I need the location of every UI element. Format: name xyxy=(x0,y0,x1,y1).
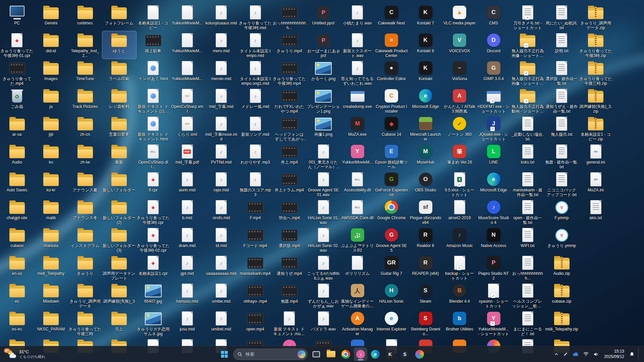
desktop-icon[interactable]: だれでFXいれたやつ.mp4 xyxy=(272,87,306,114)
desktop-icon[interactable]: YukkuriMovieM... xyxy=(170,31,204,59)
desktop-icon[interactable]: 筆筆まめ Ver.28 xyxy=(443,142,477,170)
desktop-icon[interactable]: X↗9.5.xlsx - ショートカット xyxy=(443,170,477,198)
desktop-icon[interactable]: 路上駐車 xyxy=(136,31,170,59)
desktop-icon[interactable]: zh-tw xyxy=(68,142,102,170)
desktop-icon[interactable]: レジ袋有料 xyxy=(102,87,136,114)
desktop-icon[interactable]: ♪umibe.mid xyxy=(204,282,238,309)
desktop-icon[interactable]: ♪新規エクスポート.wav xyxy=(340,31,374,59)
desktop-icon[interactable]: ♪dram.mid xyxy=(170,226,204,253)
desktop-icon[interactable]: YF.ymmp xyxy=(545,198,579,226)
desktop-icon[interactable]: 調声練習(失敗)_3.zip xyxy=(579,87,613,114)
desktop-icon[interactable]: midi_Telepathy xyxy=(34,254,68,281)
desktop-icon[interactable]: Yきゅうり.ymmp xyxy=(545,226,579,253)
desktop-icon[interactable]: 説明.txt xyxy=(545,31,579,59)
desktop-icon[interactable]: ≡Cakewalk Product Center xyxy=(375,31,409,59)
desktop-icon[interactable]: ♪バズドラ.wav xyxy=(307,309,340,337)
desktop-icon[interactable]: Y↗YukkuriMovieM... - ショートカット xyxy=(477,309,511,337)
taskbar-app-pinned-app-round[interactable]: S xyxy=(398,348,412,361)
desktop-icon[interactable]: Auto Saves xyxy=(0,170,34,198)
desktop-icon[interactable]: open - 親作品一覧.txt xyxy=(511,198,545,226)
desktop-icon[interactable]: 通知うぜえ - 親作品一覧.txt xyxy=(545,87,579,114)
desktop-icon[interactable]: Track Pictures xyxy=(68,87,102,114)
desktop-icon[interactable]: ♪meroin.mid xyxy=(204,59,238,86)
desktop-icon[interactable]: Mixdown xyxy=(34,282,68,309)
desktop-icon[interactable]: ♪MuseScore Studio 4 xyxy=(477,198,511,226)
start-button[interactable] xyxy=(218,348,231,361)
desktop-icon[interactable]: ♪新規ソング.mid xyxy=(238,115,272,142)
desktop-icon[interactable]: きゅうりガチ恋用サムネ.jpg xyxy=(136,309,170,337)
desktop-icon[interactable]: 井上.mp4 xyxy=(272,142,306,170)
desktop-icon[interactable]: ニコニコバックアップコード.txt xyxy=(545,170,579,198)
desktop-icon[interactable]: 選択肢 - 親作品一覧.txt xyxy=(545,59,579,86)
desktop-icon[interactable]: アナウンス冬 xyxy=(68,198,102,226)
desktop-icon[interactable]: GGIMP 3.0.4 xyxy=(477,59,511,86)
desktop-icon[interactable]: ♪aorin.mid xyxy=(170,170,204,198)
desktop-icon[interactable]: LLINE xyxy=(477,142,511,170)
desktop-icon[interactable]: ♪答え知ってでもるずいわこれ.wav xyxy=(340,59,374,86)
desktop-icon[interactable]: manisekarin - 親作品一覧.txt xyxy=(511,170,545,198)
taskbar-app-music-app[interactable]: ♪ xyxy=(354,348,367,361)
desktop-icon[interactable]: ゆうと xyxy=(102,31,136,59)
desktop-icon[interactable]: RReaktor 6 xyxy=(409,226,442,253)
desktop-icon[interactable]: DLLOpenCvSharp.dll... xyxy=(136,142,170,170)
desktop-icon[interactable]: ◆Cubase 14 xyxy=(375,115,409,142)
desktop-icon[interactable]: ko xyxy=(34,142,68,170)
desktop-icon[interactable]: <>OpenCvSharp.xml xyxy=(170,87,204,114)
desktop-icon[interactable]: ✓ノートン 360 xyxy=(443,115,477,142)
desktop-icon[interactable]: 無題.mp4 xyxy=(272,282,306,309)
desktop-icon[interactable]: ♪タイトル未設定.tempo.ong1.mid xyxy=(238,59,272,86)
desktop-icon[interactable]: ↗無人販売不正行為画像 - ショートカッ... xyxy=(511,31,545,59)
desktop-icon[interactable]: Telepathy_Inst_2... xyxy=(68,31,102,59)
desktop-icon[interactable]: DDiscord xyxy=(477,31,511,59)
desktop-icon[interactable]: Aかんたん！AITalk 3 関西風 xyxy=(443,87,477,114)
desktop-icon[interactable]: ♪mero.mid xyxy=(204,31,238,59)
desktop-icon[interactable]: ↗syasinn - ショートカット xyxy=(477,282,511,309)
desktop-icon[interactable]: Audio xyxy=(0,142,34,170)
desktop-icon[interactable]: 羽虫へ.mp4 xyxy=(272,198,306,226)
desktop-icon[interactable]: ♪sirofo.mid xyxy=(204,198,238,226)
taskbar-app-pinned-app-k[interactable]: K xyxy=(383,348,397,361)
desktop-icon[interactable]: GGroove Agent SE 5 xyxy=(375,226,409,253)
desktop-icon[interactable]: DLLAccessibility.dll xyxy=(340,170,374,198)
desktop-icon[interactable]: ♪わかりやす.mp3 xyxy=(238,142,272,170)
desktop-icon[interactable]: ♪こってるnだsdfdsbぷぁ.wav xyxy=(307,254,340,281)
desktop-icon[interactable]: ♪uaaaaaaaaa.mid xyxy=(204,254,238,281)
desktop-icon[interactable]: 売上 xyxy=(102,309,136,337)
desktop-icon[interactable]: ♪Amazon Music xyxy=(443,226,477,253)
desktop-icon[interactable]: きゅうり.mp4 xyxy=(272,31,306,59)
desktop-icon[interactable]: NNative Access xyxy=(477,226,511,253)
desktop-icon[interactable]: 名称未設定1 - コピー.zip xyxy=(579,115,613,142)
desktop-icon[interactable]: DLLAWSSDK.Core.dll xyxy=(340,198,374,226)
desktop-icon[interactable]: 通知うぜ.mp4 xyxy=(272,254,306,281)
desktop-icon[interactable]: did-id xyxy=(34,31,68,59)
desktop-icon[interactable]: KKontakt 7 xyxy=(409,3,442,31)
desktop-icon[interactable]: インスタグラム xyxy=(68,226,102,253)
desktop-icon[interactable]: ヘッドフォンはずしてであがった.mp4 xyxy=(272,115,306,142)
desktop-icon[interactable]: RREAPER (x64) xyxy=(409,254,442,281)
desktop-icon[interactable]: Gemini xyxy=(34,3,68,31)
desktop-icon[interactable]: 画像1.png xyxy=(307,115,340,142)
desktop-icon[interactable]: YukkuriMovieM... xyxy=(170,59,204,86)
desktop-icon[interactable]: ♪HALion Sonic 02.wav xyxy=(307,226,340,253)
desktop-icon[interactable]: createdump.exe xyxy=(340,87,374,114)
desktop-icon[interactable]: 調声練習(失敗)_3 xyxy=(102,282,136,309)
desktop-icon[interactable]: ♪mid_字幕muse.mid xyxy=(204,115,238,142)
desktop-icon[interactable]: ♪rajio.mid xyxy=(204,170,238,198)
desktop-icon[interactable]: sfPlogue sforzando x64 xyxy=(409,198,442,226)
desktop-icon[interactable]: きゅうり食ってた.mp4 xyxy=(0,59,34,86)
desktop-icon[interactable]: SSteam xyxy=(409,282,442,309)
desktop-icon[interactable]: SSteinberg Downlo... xyxy=(409,309,442,337)
desktop-icon[interactable]: ◆名称未設定1.cpr xyxy=(136,254,170,281)
desktop-icon[interactable]: cubase xyxy=(0,226,34,253)
taskbar-app-file-explorer[interactable] xyxy=(324,348,338,361)
desktop-icon[interactable]: ポリリリズム xyxy=(340,254,374,281)
desktop-icon[interactable]: ♪gpt.mid xyxy=(170,254,204,281)
desktop-icon[interactable]: まにまにこーるど！.txt xyxy=(511,309,545,337)
desktop-icon[interactable]: ko-kr xyxy=(34,170,68,198)
desktop-icon[interactable]: Images xyxy=(34,59,68,86)
desktop-icon[interactable]: open.mp4 xyxy=(238,309,272,337)
desktop-icon[interactable]: ♪umibet.mid xyxy=(204,309,238,337)
desktop-icon[interactable]: J↗JQuake.exe - ショートカット xyxy=(477,115,511,142)
desktop-icon[interactable]: ♪001_東北きりたん（ノーマル）_今しゃ... xyxy=(307,142,340,170)
desktop-icon[interactable]: eMicrosoft Edge xyxy=(409,87,442,114)
